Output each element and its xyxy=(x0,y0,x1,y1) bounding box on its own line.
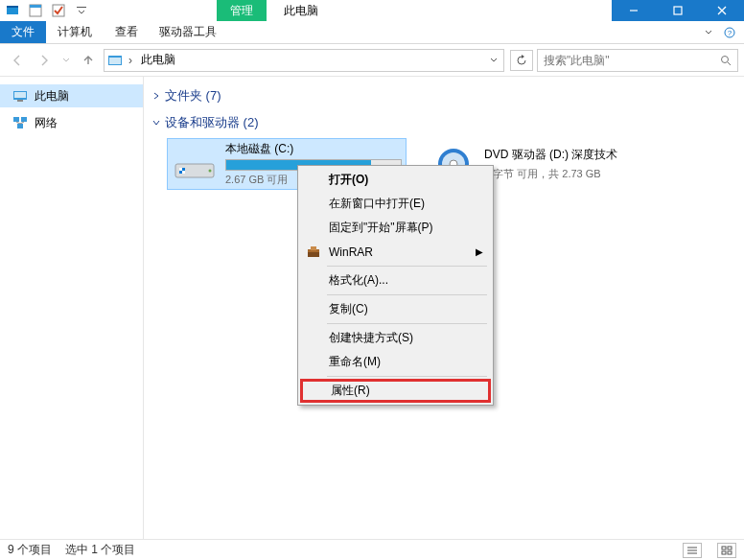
file-tab-label: 文件 xyxy=(12,24,35,40)
address-bar[interactable]: › 此电脑 xyxy=(104,49,504,72)
close-button[interactable] xyxy=(700,0,744,21)
cm-separator xyxy=(327,266,487,267)
group-folders[interactable]: 文件夹 (7) xyxy=(151,84,736,107)
cm-pin-to-start-label: 固定到"开始"屏幕(P) xyxy=(329,220,433,236)
cm-format[interactable]: 格式化(A)... xyxy=(300,268,491,292)
help-icon[interactable]: ? xyxy=(721,27,738,38)
svg-text:?: ? xyxy=(728,29,732,37)
window-title-text: 此电脑 xyxy=(284,3,318,19)
tree-item-network[interactable]: 网络 xyxy=(0,111,143,134)
chevron-right-icon xyxy=(151,89,161,104)
cm-create-shortcut-label: 创建快捷方式(S) xyxy=(329,330,413,346)
refresh-button[interactable] xyxy=(510,50,533,71)
minimize-button[interactable] xyxy=(612,0,656,21)
submenu-arrow-icon: ▶ xyxy=(476,246,483,257)
drive-d-name: DVD 驱动器 (D:) 深度技术 xyxy=(484,147,661,163)
qa-properties-icon[interactable] xyxy=(25,0,46,21)
svg-rect-40 xyxy=(722,551,726,554)
svg-rect-13 xyxy=(109,58,121,64)
cm-pin-to-start[interactable]: 固定到"开始"屏幕(P) xyxy=(300,216,491,240)
drive-c-name: 本地磁盘 (C:) xyxy=(225,141,402,157)
file-tab[interactable]: 文件 xyxy=(0,21,46,43)
view-details-button[interactable] xyxy=(683,543,702,558)
ribbon-tab-view-label: 查看 xyxy=(115,24,138,40)
breadcrumb-sep[interactable]: › xyxy=(126,54,135,67)
context-menu: 打开(O) 在新窗口中打开(E) 固定到"开始"屏幕(P) WinRAR ▶ 格… xyxy=(297,165,494,406)
ribbon-tab-drivetools[interactable]: 驱动器工具 xyxy=(150,21,226,43)
cm-open[interactable]: 打开(O) xyxy=(300,168,491,192)
svg-point-28 xyxy=(209,170,212,173)
drive-d-status: 0 字节 可用，共 2.73 GB xyxy=(484,167,661,181)
tree-item-this-pc-label: 此电脑 xyxy=(35,88,69,105)
ribbon: 文件 计算机 查看 驱动器工具 ? xyxy=(0,21,744,44)
nav-forward-button[interactable] xyxy=(33,49,56,72)
cm-open-new-window-label: 在新窗口中打开(E) xyxy=(329,196,425,212)
ribbon-expand-icon[interactable] xyxy=(700,28,717,37)
titlebar: 管理 此电脑 xyxy=(0,0,744,21)
cm-format-label: 格式化(A)... xyxy=(329,272,388,289)
nav-back-button[interactable] xyxy=(6,49,29,72)
tree-item-this-pc[interactable]: 此电脑 xyxy=(0,84,143,107)
hdd-icon xyxy=(172,145,218,183)
view-thumbnails-button[interactable] xyxy=(717,543,736,558)
search-input[interactable] xyxy=(542,53,718,68)
navbar: › 此电脑 xyxy=(0,44,744,77)
svg-rect-34 xyxy=(311,246,316,250)
svg-rect-7 xyxy=(674,7,682,14)
svg-rect-20 xyxy=(21,117,27,122)
svg-line-22 xyxy=(16,122,20,124)
svg-rect-3 xyxy=(30,5,41,8)
maximize-button[interactable] xyxy=(656,0,700,21)
svg-point-14 xyxy=(722,56,729,62)
nav-up-button[interactable] xyxy=(77,49,100,72)
cm-open-new-window[interactable]: 在新窗口中打开(E) xyxy=(300,192,491,216)
cm-open-label: 打开(O) xyxy=(329,172,368,188)
cm-copy-label: 复制(C) xyxy=(329,301,368,317)
system-menu-icon[interactable] xyxy=(2,0,23,21)
ribbon-tab-view[interactable]: 查看 xyxy=(104,21,150,43)
svg-rect-38 xyxy=(722,547,726,549)
ribbon-tab-computer-label: 计算机 xyxy=(58,24,92,40)
search-box[interactable] xyxy=(537,49,738,72)
cm-rename-label: 重命名(M) xyxy=(329,354,381,370)
cm-separator xyxy=(327,323,487,324)
drive-d-info: DVD 驱动器 (D:) 深度技术 0 字节 可用，共 2.73 GB xyxy=(484,147,661,181)
breadcrumb-location[interactable]: 此电脑 xyxy=(135,52,181,68)
address-dropdown-icon[interactable] xyxy=(486,57,501,64)
cm-create-shortcut[interactable]: 创建快捷方式(S) xyxy=(300,326,491,350)
qa-checkbox-icon[interactable] xyxy=(48,0,69,21)
winrar-icon xyxy=(306,245,321,260)
cm-rename[interactable]: 重命名(M) xyxy=(300,350,491,374)
svg-rect-21 xyxy=(17,124,23,128)
status-selected-count: 选中 1 个项目 xyxy=(65,542,135,558)
tree-item-network-label: 网络 xyxy=(35,115,58,131)
cm-properties[interactable]: 属性(R) xyxy=(300,379,491,403)
svg-rect-26 xyxy=(179,168,182,171)
ribbon-tab-computer[interactable]: 计算机 xyxy=(46,21,104,43)
cm-winrar-label: WinRAR xyxy=(329,245,373,259)
svg-rect-41 xyxy=(728,551,732,554)
group-devices[interactable]: 设备和驱动器 (2) xyxy=(151,111,736,134)
contextual-tab-title: 管理 xyxy=(217,0,267,21)
cm-properties-label: 属性(R) xyxy=(331,383,370,399)
cm-separator xyxy=(327,294,487,295)
svg-rect-19 xyxy=(13,117,19,122)
address-icon xyxy=(106,52,124,69)
group-devices-label: 设备和驱动器 (2) xyxy=(165,114,259,131)
nav-history-dropdown[interactable] xyxy=(59,49,73,72)
nav-pane: 此电脑 网络 xyxy=(0,77,144,539)
cm-copy[interactable]: 复制(C) xyxy=(300,297,491,321)
qa-overflow-icon[interactable] xyxy=(71,0,92,21)
svg-line-15 xyxy=(728,62,731,65)
cm-separator xyxy=(327,376,487,377)
cm-winrar[interactable]: WinRAR ▶ xyxy=(300,240,491,264)
svg-rect-39 xyxy=(728,547,732,549)
group-folders-label: 文件夹 (7) xyxy=(165,87,221,105)
quick-access-toolbar xyxy=(0,0,92,21)
search-icon[interactable] xyxy=(718,55,733,66)
svg-rect-27 xyxy=(182,171,185,174)
this-pc-icon xyxy=(12,87,29,105)
svg-rect-17 xyxy=(14,92,26,98)
svg-rect-1 xyxy=(7,6,18,8)
ribbon-tab-drivetools-label: 驱动器工具 xyxy=(159,24,217,40)
